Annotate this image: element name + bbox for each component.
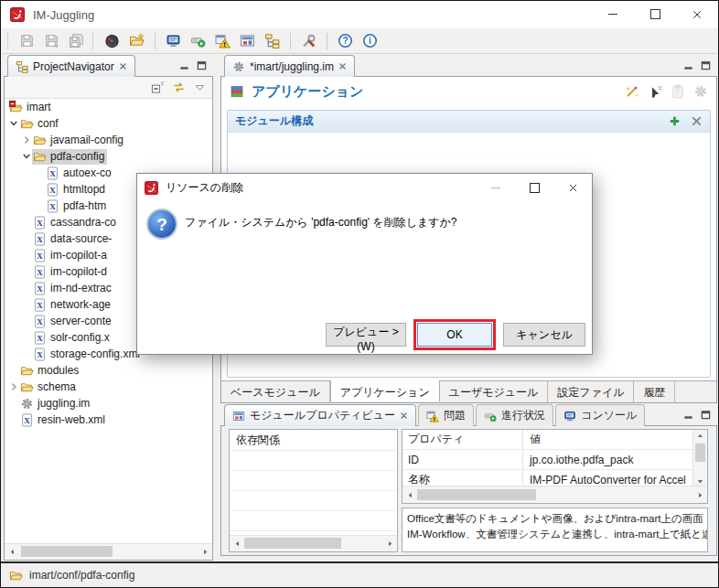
property-table[interactable]: プロパティ 値 ID jp.co.iothe.pdfa_pack 名称 IM-P…	[402, 429, 708, 504]
scroll-left-icon[interactable]	[402, 487, 417, 502]
gear-icon	[20, 397, 34, 411]
scroll-right-icon[interactable]	[198, 544, 212, 559]
close-icon[interactable]	[338, 62, 347, 70]
property-vertical-scrollbar[interactable]	[692, 430, 707, 486]
minimize-view-icon[interactable]	[683, 60, 693, 70]
chevron-expanded-icon[interactable]	[8, 118, 19, 129]
dialog-message: ファイル・システムから 'pdfa-config' を削除しますか?	[185, 215, 457, 230]
window-maximize-button[interactable]	[634, 1, 676, 27]
scrollbar-thumb[interactable]	[244, 538, 341, 549]
gauge-icon	[104, 33, 120, 48]
scroll-left-icon[interactable]	[5, 544, 19, 559]
tree-item-pdfa-config[interactable]: pdfa-config	[5, 148, 212, 165]
tab-project-navigator[interactable]: ProjectNavigator	[7, 55, 135, 77]
title-bar: IM-Juggling	[1, 1, 718, 28]
window-close-button[interactable]	[676, 1, 718, 27]
minimize-view-icon[interactable]	[683, 410, 693, 420]
console-icon	[563, 410, 576, 422]
xml-file-icon	[33, 216, 47, 230]
progress-icon	[190, 33, 206, 48]
dependency-horizontal-scrollbar[interactable]	[230, 535, 397, 551]
window-minimize-button[interactable]	[592, 1, 634, 27]
page-tab-base-module[interactable]: ベースモジュール	[221, 381, 330, 402]
open-console-button[interactable]	[162, 30, 185, 52]
page-tab-application[interactable]: アプリケーション	[330, 380, 440, 401]
link-with-editor-icon[interactable]	[172, 80, 186, 94]
section-title: モジュール構成	[235, 113, 313, 129]
page-tab-config-file[interactable]: 設定ファイル	[548, 381, 634, 402]
ok-button[interactable]: OK	[417, 323, 492, 347]
about-button[interactable]	[359, 30, 381, 52]
scroll-right-icon[interactable]	[692, 487, 707, 502]
scroll-right-icon[interactable]	[382, 536, 397, 551]
tree-item-juggling-im[interactable]: juggling.im	[5, 395, 212, 412]
property-row-id[interactable]: ID jp.co.iothe.pdfa_pack	[402, 450, 693, 470]
tab-console[interactable]: コンソール	[555, 404, 645, 426]
tab-progress[interactable]: 進行状況	[476, 404, 553, 426]
tree-item-conf[interactable]: conf	[5, 115, 212, 132]
minimize-view-icon[interactable]	[179, 60, 189, 70]
open-progress-button[interactable]	[187, 30, 209, 52]
dialog-maximize-button[interactable]	[515, 175, 553, 201]
main-toolbar	[1, 28, 718, 54]
dialog-minimize-button[interactable]	[477, 175, 515, 201]
chevron-collapsed-icon[interactable]	[21, 134, 32, 145]
maximize-view-icon[interactable]	[701, 60, 711, 70]
new-project-button[interactable]	[125, 30, 148, 52]
tab-editor-juggling-im[interactable]: *imart/juggling.im	[224, 55, 355, 77]
save-button[interactable]	[16, 30, 38, 52]
property-row-name[interactable]: 名称 IM-PDF AutoConverter for Accel	[402, 470, 693, 486]
tree-icon	[16, 60, 28, 73]
open-module-property-view-button[interactable]	[236, 30, 259, 52]
tree-item-javamail-config[interactable]: javamail-config	[5, 132, 212, 148]
page-tab-user-module[interactable]: ユーザモジュール	[440, 381, 549, 402]
page-tab-history[interactable]: 履歴	[634, 381, 675, 402]
dependency-table[interactable]: 依存関係	[229, 429, 398, 552]
collapse-all-icon[interactable]	[151, 80, 165, 94]
xml-file-icon	[33, 331, 47, 345]
save-all-button[interactable]	[65, 30, 88, 52]
tree-item-resin-web[interactable]: resin-web.xml	[5, 412, 212, 428]
tree-item-imart[interactable]: imart	[5, 99, 212, 115]
view-menu-icon[interactable]	[193, 80, 207, 94]
xml-file-icon	[46, 183, 59, 197]
console-icon	[166, 33, 181, 48]
chevron-expanded-icon[interactable]	[21, 151, 32, 162]
cancel-button[interactable]: キャンセル	[503, 323, 585, 347]
property-horizontal-scrollbar[interactable]	[402, 486, 707, 503]
editor-page-tabs: ベースモジュール アプリケーション ユーザモジュール 設定ファイル 履歴	[221, 380, 716, 402]
dialog-title-bar: リソースの削除	[137, 174, 592, 201]
scrollbar-thumb[interactable]	[417, 489, 536, 500]
close-icon[interactable]	[119, 62, 127, 70]
gauge-button[interactable]	[101, 30, 123, 52]
open-problems-button[interactable]	[211, 30, 234, 52]
save-as-button[interactable]	[40, 30, 63, 52]
tools-button[interactable]	[297, 30, 320, 52]
maximize-view-icon[interactable]	[197, 60, 207, 70]
export-icon[interactable]	[671, 84, 685, 99]
gear-icon[interactable]	[693, 84, 708, 99]
dependency-header: 依存関係	[230, 430, 397, 451]
picture-view-icon	[232, 410, 245, 422]
tree-item-modules[interactable]: modules	[5, 362, 212, 379]
preview-button[interactable]: プレビュー >(W)	[326, 323, 406, 347]
scrollbar-thumb[interactable]	[21, 546, 113, 557]
wizard-icon[interactable]	[625, 84, 639, 99]
tab-problems[interactable]: 問題	[418, 404, 474, 426]
dialog-close-button[interactable]	[553, 175, 592, 201]
scroll-left-icon[interactable]	[230, 536, 244, 551]
add-module-icon[interactable]	[669, 115, 681, 127]
select-arrow-icon[interactable]	[648, 84, 662, 99]
navigator-horizontal-scrollbar[interactable]	[5, 543, 212, 560]
help-button[interactable]	[334, 30, 357, 52]
chevron-collapsed-icon[interactable]	[8, 381, 19, 392]
close-icon[interactable]	[400, 412, 408, 420]
scrollbar-thumb[interactable]	[695, 444, 705, 462]
scroll-up-icon[interactable]	[693, 429, 707, 442]
tree-item-schema[interactable]: schema	[5, 379, 212, 395]
property-table-header: プロパティ 値	[402, 430, 693, 450]
remove-module-icon[interactable]	[691, 115, 703, 127]
tab-module-property-view[interactable]: モジュールプロパティビュー	[224, 404, 416, 426]
maximize-view-icon[interactable]	[701, 410, 711, 420]
open-project-navigator-button[interactable]	[261, 30, 284, 52]
